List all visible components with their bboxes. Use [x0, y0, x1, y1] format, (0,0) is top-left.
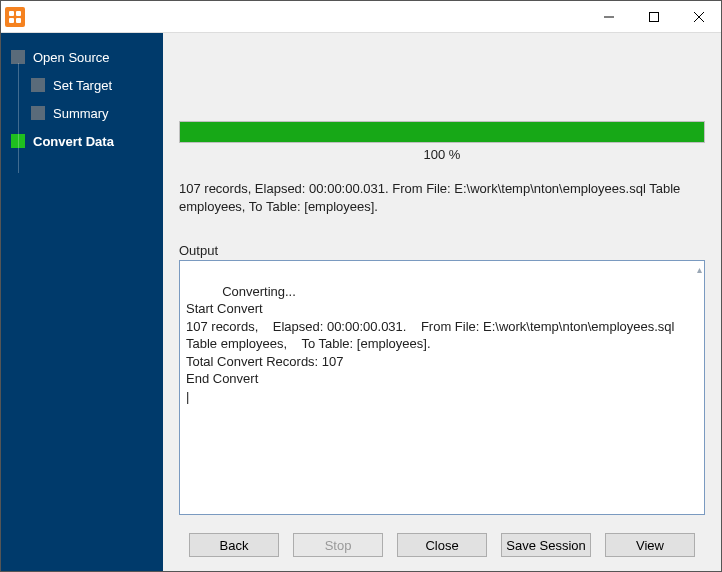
stop-button: Stop — [293, 533, 383, 557]
progress-section: 100 % — [179, 121, 705, 162]
titlebar-left — [1, 7, 31, 27]
progress-label: 100 % — [179, 147, 705, 162]
sidebar-item-convert-data[interactable]: Convert Data — [1, 127, 163, 155]
sidebar-item-summary[interactable]: Summary — [1, 99, 163, 127]
titlebar — [1, 1, 721, 33]
sidebar-item-open-source[interactable]: Open Source — [1, 43, 163, 71]
main-panel: 100 % 107 records, Elapsed: 00:00:00.031… — [163, 33, 721, 571]
output-textarea[interactable]: Converting... Start Convert 107 records,… — [179, 260, 705, 515]
app-icon — [5, 7, 25, 27]
svg-rect-1 — [16, 11, 21, 16]
maximize-button[interactable] — [631, 2, 676, 32]
content-area: 100 % 107 records, Elapsed: 00:00:00.031… — [163, 33, 721, 523]
sidebar-item-label: Open Source — [33, 50, 110, 65]
minimize-button[interactable] — [586, 2, 631, 32]
output-label: Output — [179, 243, 705, 258]
tree-connector — [18, 63, 19, 173]
sidebar-item-label: Set Target — [53, 78, 112, 93]
progress-fill — [180, 122, 704, 142]
svg-rect-4 — [649, 12, 658, 21]
close-wizard-button[interactable]: Close — [397, 533, 487, 557]
wizard-sidebar: Open Source Set Target Summary Convert D… — [1, 33, 163, 571]
button-row: Back Stop Close Save Session View — [163, 523, 721, 571]
chevron-up-icon: ▴ — [697, 263, 702, 277]
app-window: Open Source Set Target Summary Convert D… — [0, 0, 722, 572]
back-button[interactable]: Back — [189, 533, 279, 557]
view-button[interactable]: View — [605, 533, 695, 557]
svg-rect-0 — [9, 11, 14, 16]
status-text: 107 records, Elapsed: 00:00:00.031. From… — [179, 180, 705, 215]
window-body: Open Source Set Target Summary Convert D… — [1, 33, 721, 571]
progress-bar — [179, 121, 705, 143]
sidebar-item-label: Convert Data — [33, 134, 114, 149]
save-session-button[interactable]: Save Session — [501, 533, 591, 557]
step-icon — [31, 106, 45, 120]
step-icon — [11, 50, 25, 64]
sidebar-item-set-target[interactable]: Set Target — [1, 71, 163, 99]
sidebar-item-label: Summary — [53, 106, 109, 121]
close-button[interactable] — [676, 2, 721, 32]
window-controls — [586, 2, 721, 32]
step-icon — [31, 78, 45, 92]
svg-rect-2 — [9, 18, 14, 23]
svg-rect-3 — [16, 18, 21, 23]
output-content: Converting... Start Convert 107 records,… — [186, 284, 678, 404]
